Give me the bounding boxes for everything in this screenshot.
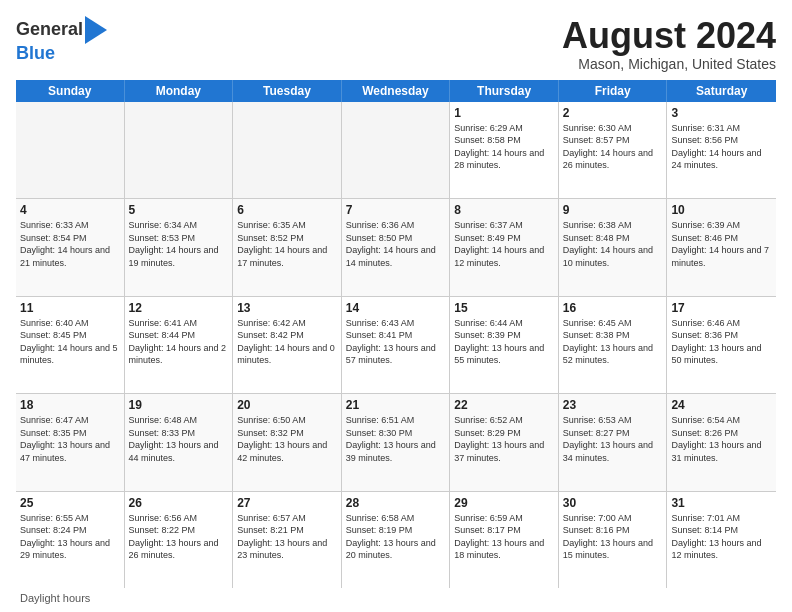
day-number-16: 16 bbox=[563, 301, 663, 315]
month-title: August 2024 bbox=[562, 16, 776, 56]
calendar-week-3: 11Sunrise: 6:40 AM Sunset: 8:45 PM Dayli… bbox=[16, 297, 776, 394]
day-cell-15: 15Sunrise: 6:44 AM Sunset: 8:39 PM Dayli… bbox=[450, 297, 559, 393]
day-info-5: Sunrise: 6:34 AM Sunset: 8:53 PM Dayligh… bbox=[129, 219, 229, 269]
empty-cell bbox=[342, 102, 451, 198]
day-cell-30: 30Sunrise: 7:00 AM Sunset: 8:16 PM Dayli… bbox=[559, 492, 668, 588]
day-cell-18: 18Sunrise: 6:47 AM Sunset: 8:35 PM Dayli… bbox=[16, 394, 125, 490]
day-number-28: 28 bbox=[346, 496, 446, 510]
day-info-15: Sunrise: 6:44 AM Sunset: 8:39 PM Dayligh… bbox=[454, 317, 554, 367]
day-cell-21: 21Sunrise: 6:51 AM Sunset: 8:30 PM Dayli… bbox=[342, 394, 451, 490]
logo-general-text: General bbox=[16, 20, 83, 40]
day-info-21: Sunrise: 6:51 AM Sunset: 8:30 PM Dayligh… bbox=[346, 414, 446, 464]
day-number-8: 8 bbox=[454, 203, 554, 217]
day-info-30: Sunrise: 7:00 AM Sunset: 8:16 PM Dayligh… bbox=[563, 512, 663, 562]
day-number-20: 20 bbox=[237, 398, 337, 412]
day-info-31: Sunrise: 7:01 AM Sunset: 8:14 PM Dayligh… bbox=[671, 512, 772, 562]
day-info-20: Sunrise: 6:50 AM Sunset: 8:32 PM Dayligh… bbox=[237, 414, 337, 464]
svg-marker-0 bbox=[85, 16, 107, 44]
weekday-header-friday: Friday bbox=[559, 80, 668, 102]
day-number-2: 2 bbox=[563, 106, 663, 120]
day-info-29: Sunrise: 6:59 AM Sunset: 8:17 PM Dayligh… bbox=[454, 512, 554, 562]
day-cell-5: 5Sunrise: 6:34 AM Sunset: 8:53 PM Daylig… bbox=[125, 199, 234, 295]
day-cell-10: 10Sunrise: 6:39 AM Sunset: 8:46 PM Dayli… bbox=[667, 199, 776, 295]
day-cell-4: 4Sunrise: 6:33 AM Sunset: 8:54 PM Daylig… bbox=[16, 199, 125, 295]
day-number-9: 9 bbox=[563, 203, 663, 217]
calendar-header: SundayMondayTuesdayWednesdayThursdayFrid… bbox=[16, 80, 776, 102]
day-info-25: Sunrise: 6:55 AM Sunset: 8:24 PM Dayligh… bbox=[20, 512, 120, 562]
empty-cell bbox=[16, 102, 125, 198]
day-number-23: 23 bbox=[563, 398, 663, 412]
day-cell-25: 25Sunrise: 6:55 AM Sunset: 8:24 PM Dayli… bbox=[16, 492, 125, 588]
calendar: SundayMondayTuesdayWednesdayThursdayFrid… bbox=[16, 80, 776, 588]
day-info-9: Sunrise: 6:38 AM Sunset: 8:48 PM Dayligh… bbox=[563, 219, 663, 269]
day-number-31: 31 bbox=[671, 496, 772, 510]
day-info-22: Sunrise: 6:52 AM Sunset: 8:29 PM Dayligh… bbox=[454, 414, 554, 464]
day-info-19: Sunrise: 6:48 AM Sunset: 8:33 PM Dayligh… bbox=[129, 414, 229, 464]
day-number-6: 6 bbox=[237, 203, 337, 217]
day-cell-31: 31Sunrise: 7:01 AM Sunset: 8:14 PM Dayli… bbox=[667, 492, 776, 588]
day-number-12: 12 bbox=[129, 301, 229, 315]
day-info-6: Sunrise: 6:35 AM Sunset: 8:52 PM Dayligh… bbox=[237, 219, 337, 269]
day-info-2: Sunrise: 6:30 AM Sunset: 8:57 PM Dayligh… bbox=[563, 122, 663, 172]
weekday-header-wednesday: Wednesday bbox=[342, 80, 451, 102]
day-number-4: 4 bbox=[20, 203, 120, 217]
calendar-week-2: 4Sunrise: 6:33 AM Sunset: 8:54 PM Daylig… bbox=[16, 199, 776, 296]
day-info-1: Sunrise: 6:29 AM Sunset: 8:58 PM Dayligh… bbox=[454, 122, 554, 172]
day-cell-1: 1Sunrise: 6:29 AM Sunset: 8:58 PM Daylig… bbox=[450, 102, 559, 198]
day-info-14: Sunrise: 6:43 AM Sunset: 8:41 PM Dayligh… bbox=[346, 317, 446, 367]
day-cell-13: 13Sunrise: 6:42 AM Sunset: 8:42 PM Dayli… bbox=[233, 297, 342, 393]
day-info-8: Sunrise: 6:37 AM Sunset: 8:49 PM Dayligh… bbox=[454, 219, 554, 269]
day-number-30: 30 bbox=[563, 496, 663, 510]
day-number-10: 10 bbox=[671, 203, 772, 217]
day-number-29: 29 bbox=[454, 496, 554, 510]
day-number-7: 7 bbox=[346, 203, 446, 217]
logo-blue-text: Blue bbox=[16, 44, 107, 64]
day-cell-7: 7Sunrise: 6:36 AM Sunset: 8:50 PM Daylig… bbox=[342, 199, 451, 295]
day-cell-6: 6Sunrise: 6:35 AM Sunset: 8:52 PM Daylig… bbox=[233, 199, 342, 295]
day-cell-20: 20Sunrise: 6:50 AM Sunset: 8:32 PM Dayli… bbox=[233, 394, 342, 490]
day-info-18: Sunrise: 6:47 AM Sunset: 8:35 PM Dayligh… bbox=[20, 414, 120, 464]
day-info-4: Sunrise: 6:33 AM Sunset: 8:54 PM Dayligh… bbox=[20, 219, 120, 269]
day-number-25: 25 bbox=[20, 496, 120, 510]
day-info-23: Sunrise: 6:53 AM Sunset: 8:27 PM Dayligh… bbox=[563, 414, 663, 464]
day-number-24: 24 bbox=[671, 398, 772, 412]
day-cell-14: 14Sunrise: 6:43 AM Sunset: 8:41 PM Dayli… bbox=[342, 297, 451, 393]
calendar-week-5: 25Sunrise: 6:55 AM Sunset: 8:24 PM Dayli… bbox=[16, 492, 776, 588]
day-number-11: 11 bbox=[20, 301, 120, 315]
calendar-week-4: 18Sunrise: 6:47 AM Sunset: 8:35 PM Dayli… bbox=[16, 394, 776, 491]
day-number-22: 22 bbox=[454, 398, 554, 412]
day-info-24: Sunrise: 6:54 AM Sunset: 8:26 PM Dayligh… bbox=[671, 414, 772, 464]
day-info-26: Sunrise: 6:56 AM Sunset: 8:22 PM Dayligh… bbox=[129, 512, 229, 562]
day-cell-12: 12Sunrise: 6:41 AM Sunset: 8:44 PM Dayli… bbox=[125, 297, 234, 393]
title-block: August 2024 Mason, Michigan, United Stat… bbox=[562, 16, 776, 72]
day-cell-2: 2Sunrise: 6:30 AM Sunset: 8:57 PM Daylig… bbox=[559, 102, 668, 198]
day-number-19: 19 bbox=[129, 398, 229, 412]
day-number-13: 13 bbox=[237, 301, 337, 315]
calendar-body: 1Sunrise: 6:29 AM Sunset: 8:58 PM Daylig… bbox=[16, 102, 776, 588]
day-number-14: 14 bbox=[346, 301, 446, 315]
footer-note: Daylight hours bbox=[16, 592, 776, 604]
day-info-7: Sunrise: 6:36 AM Sunset: 8:50 PM Dayligh… bbox=[346, 219, 446, 269]
day-info-17: Sunrise: 6:46 AM Sunset: 8:36 PM Dayligh… bbox=[671, 317, 772, 367]
weekday-header-tuesday: Tuesday bbox=[233, 80, 342, 102]
day-cell-8: 8Sunrise: 6:37 AM Sunset: 8:49 PM Daylig… bbox=[450, 199, 559, 295]
day-number-5: 5 bbox=[129, 203, 229, 217]
day-cell-11: 11Sunrise: 6:40 AM Sunset: 8:45 PM Dayli… bbox=[16, 297, 125, 393]
day-cell-24: 24Sunrise: 6:54 AM Sunset: 8:26 PM Dayli… bbox=[667, 394, 776, 490]
location: Mason, Michigan, United States bbox=[562, 56, 776, 72]
header: General Blue August 2024 Mason, Michigan… bbox=[16, 16, 776, 72]
logo-icon bbox=[85, 16, 107, 44]
day-info-13: Sunrise: 6:42 AM Sunset: 8:42 PM Dayligh… bbox=[237, 317, 337, 367]
calendar-week-1: 1Sunrise: 6:29 AM Sunset: 8:58 PM Daylig… bbox=[16, 102, 776, 199]
day-cell-28: 28Sunrise: 6:58 AM Sunset: 8:19 PM Dayli… bbox=[342, 492, 451, 588]
day-info-12: Sunrise: 6:41 AM Sunset: 8:44 PM Dayligh… bbox=[129, 317, 229, 367]
day-cell-26: 26Sunrise: 6:56 AM Sunset: 8:22 PM Dayli… bbox=[125, 492, 234, 588]
day-number-1: 1 bbox=[454, 106, 554, 120]
day-number-26: 26 bbox=[129, 496, 229, 510]
weekday-header-saturday: Saturday bbox=[667, 80, 776, 102]
day-cell-22: 22Sunrise: 6:52 AM Sunset: 8:29 PM Dayli… bbox=[450, 394, 559, 490]
weekday-header-thursday: Thursday bbox=[450, 80, 559, 102]
day-info-11: Sunrise: 6:40 AM Sunset: 8:45 PM Dayligh… bbox=[20, 317, 120, 367]
day-number-18: 18 bbox=[20, 398, 120, 412]
day-info-16: Sunrise: 6:45 AM Sunset: 8:38 PM Dayligh… bbox=[563, 317, 663, 367]
